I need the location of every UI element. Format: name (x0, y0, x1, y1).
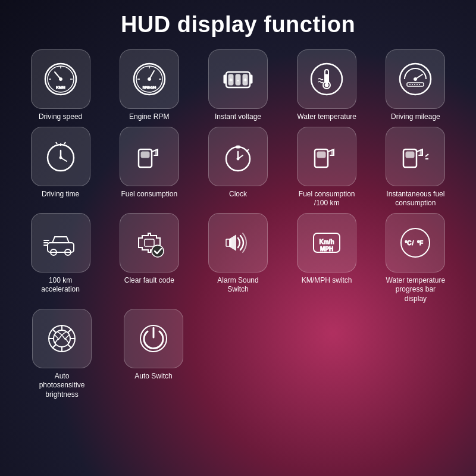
svg-line-89 (68, 329, 71, 333)
acceleration-label: 100 km acceleration (31, 276, 90, 295)
instant-fuel-label: Instantaneous fuel consumption (386, 190, 445, 208)
clock-label: Clock (229, 190, 247, 199)
auto-switch-label: Auto Switch (134, 372, 172, 381)
svg-rect-18 (250, 75, 252, 83)
water-temp-bar-label: Water temperature progress bar display (386, 276, 445, 304)
svg-rect-58 (331, 149, 334, 155)
svg-line-87 (52, 329, 56, 333)
feature-auto-brightness: Auto photosensitive brightness (18, 309, 106, 400)
svg-text:°F: °F (417, 240, 423, 246)
svg-point-12 (148, 78, 151, 81)
svg-text:+: + (230, 77, 233, 83)
svg-rect-60 (406, 152, 414, 158)
fuel-consumption-label: Fuel consumption (121, 190, 177, 199)
instant-voltage-label: Instant voltage (215, 112, 261, 122)
feature-fuel-100: Fuel consumption /100 km (284, 127, 369, 208)
svg-text:+: + (244, 77, 247, 83)
svg-line-88 (68, 345, 71, 348)
km-mph-label: KM/MPH switch (302, 276, 352, 286)
svg-rect-70 (145, 239, 154, 246)
feature-driving-mileage: Driving mileage (373, 49, 458, 122)
svg-text:/: / (412, 240, 414, 246)
engine-rpm-label: Engine RPM (129, 112, 169, 122)
feature-engine-rpm: RPM×100 Engine RPM (107, 49, 192, 122)
water-temperature-label: Water temperature (297, 112, 356, 122)
page-title: HUD display function (121, 12, 355, 37)
features-grid: KM/H Driving speed RPM×100 (18, 49, 458, 399)
svg-text:Km/h: Km/h (320, 239, 334, 245)
driving-time-label: Driving time (42, 190, 79, 199)
alarm-sound-label: Alarm Sound Switch (208, 276, 268, 295)
svg-rect-17 (224, 75, 226, 83)
feature-km-mph: Km/h MPH KM/MPH switch (284, 213, 369, 304)
svg-line-62 (425, 154, 428, 156)
svg-rect-29 (326, 74, 328, 84)
svg-point-71 (152, 245, 164, 257)
feature-acceleration: 100 km acceleration (18, 213, 103, 304)
feature-driving-speed: KM/H Driving speed (18, 49, 103, 122)
driving-speed-label: Driving speed (39, 112, 82, 122)
auto-brightness-label: Auto photosensitive brightness (32, 372, 92, 400)
clear-fault-label: Clear fault code (124, 276, 174, 286)
svg-point-42 (60, 156, 62, 159)
feature-water-temperature: Water temperature (284, 49, 369, 122)
svg-text:MPH: MPH (320, 246, 333, 252)
svg-line-44 (56, 142, 57, 144)
svg-text:KM/H: KM/H (56, 86, 65, 89)
svg-rect-47 (141, 152, 149, 158)
feature-alarm-sound: Alarm Sound Switch (195, 213, 280, 304)
driving-mileage-label: Driving mileage (391, 112, 440, 122)
svg-line-45 (64, 142, 65, 144)
svg-rect-57 (317, 152, 325, 158)
svg-text:-: - (237, 77, 239, 83)
svg-point-82 (54, 330, 70, 347)
feature-instant-voltage: + - + Instant voltage (195, 49, 280, 122)
svg-point-4 (59, 78, 62, 81)
svg-point-32 (414, 78, 417, 81)
svg-rect-61 (420, 149, 422, 155)
feature-auto-switch: Auto Switch (109, 309, 198, 400)
feature-fuel-consumption: Fuel consumption (107, 127, 192, 208)
feature-driving-time: Driving time (18, 127, 103, 208)
svg-rect-48 (155, 149, 158, 155)
svg-point-52 (237, 158, 239, 160)
svg-text:°C: °C (405, 240, 412, 246)
feature-water-temp-bar: °C / °F Water temperature progress bar d… (373, 213, 458, 304)
feature-clear-fault: Clear fault code (107, 213, 192, 304)
feature-clock: Clock (195, 127, 280, 208)
fuel-100-label: Fuel consumption /100 km (297, 190, 356, 208)
feature-instant-fuel: Instantaneous fuel consumption (373, 127, 458, 208)
svg-line-90 (52, 345, 56, 348)
svg-text:RPM×100: RPM×100 (143, 86, 156, 89)
